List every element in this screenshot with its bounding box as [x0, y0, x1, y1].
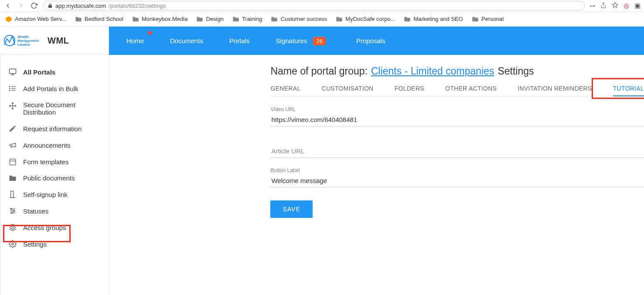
edit-icon: [9, 125, 17, 132]
tab-general[interactable]: GENERAL: [270, 81, 300, 96]
sidebar-item-label: Statuses: [23, 207, 48, 215]
extension-icon-1[interactable]: ◎: [624, 2, 629, 10]
forward-button[interactable]: [17, 1, 25, 10]
sidebar-item-label: Public documents: [23, 174, 75, 182]
video-url-input[interactable]: [270, 113, 644, 126]
bookmark-folder[interactable]: Monkeybox.Media: [132, 16, 188, 22]
tab-other-actions[interactable]: OTHER ACTIONS: [445, 81, 497, 96]
svg-text:Management: Management: [17, 39, 39, 43]
folder-icon: [271, 16, 278, 22]
svg-text:Wealth: Wealth: [17, 35, 29, 39]
bookmark-folder[interactable]: Design: [196, 16, 223, 22]
list-icon: [9, 85, 17, 92]
button-label-input[interactable]: [270, 174, 644, 187]
group-link[interactable]: Clients - Limited companies: [371, 65, 494, 77]
monitor-icon: [8, 68, 17, 76]
bookmark-folder[interactable]: MyDocSafe corpo...: [336, 16, 395, 22]
sidebar-item-form-templates[interactable]: Form templates: [0, 153, 109, 170]
svg-point-15: [10, 90, 10, 91]
bookmark-label: Bedford School: [85, 16, 123, 22]
nav-label: Proposals: [356, 37, 385, 44]
sidebar-item-announcements[interactable]: Announcements: [0, 137, 109, 153]
folder-icon: [404, 16, 411, 22]
brand-block[interactable]: Wealth Management Limited WML: [0, 27, 109, 55]
folder-icon: [132, 16, 139, 22]
star-icon[interactable]: [612, 2, 618, 10]
calendar-icon: [9, 158, 17, 166]
main-area: Name of portal group: Clients - Limited …: [109, 55, 644, 295]
save-button[interactable]: SAVE: [270, 200, 312, 218]
sidebar-header-label: All Portals: [23, 68, 55, 76]
nav-label: Portals: [229, 37, 250, 44]
sidebar-item-label: Secure Document Distribution: [23, 101, 89, 116]
svg-point-26: [11, 212, 13, 214]
reload-button[interactable]: [30, 1, 38, 10]
article-url-input[interactable]: Article URL: [270, 144, 644, 158]
nav-home[interactable]: Home: [126, 37, 144, 44]
folder-icon: [336, 16, 343, 22]
sidebar-item-label: Request information: [23, 125, 82, 132]
sidebar-item-statuses[interactable]: Statuses: [0, 203, 109, 219]
tab-customisation[interactable]: CUSTOMISATION: [321, 81, 373, 96]
sidebar-header[interactable]: All Portals: [0, 64, 109, 80]
browser-tool-icons: ⊶ ◎ ▣: [589, 2, 641, 10]
sidebar-item-label: Add Portals in Bulk: [23, 85, 78, 92]
nav-signatures[interactable]: Signatures 26: [276, 37, 326, 44]
nav-proposals[interactable]: Proposals: [356, 37, 385, 44]
sidebar-item-label: Form templates: [23, 158, 68, 166]
notification-dot-icon: [148, 31, 152, 35]
bookmark-folder[interactable]: Training: [232, 16, 262, 22]
bookmark-aws[interactable]: Amazon Web Serv...: [5, 16, 66, 23]
sidebar-item-settings[interactable]: Settings: [0, 236, 109, 252]
sidebar-item-access-groups[interactable]: Access groups: [0, 219, 109, 236]
sidebar-item-secure-dist[interactable]: Secure Document Distribution: [0, 97, 109, 120]
share-icon[interactable]: [600, 2, 607, 10]
page-title: Name of portal group: Clients - Limited …: [270, 65, 644, 77]
sidebar-item-label: Announcements: [23, 142, 70, 149]
bookmark-folder[interactable]: Customer success: [271, 16, 327, 22]
button-label-label: Button Label: [270, 167, 644, 173]
bookmark-label: Training: [242, 16, 262, 22]
settings-tabs: GENERAL CUSTOMISATION FOLDERS OTHER ACTI…: [270, 81, 644, 97]
sidebar-item-label: Settings: [23, 241, 47, 248]
key-icon[interactable]: ⊶: [589, 3, 595, 9]
svg-point-25: [14, 210, 15, 212]
svg-point-28: [12, 243, 14, 245]
bookmark-label: Marketing and SEO: [413, 16, 463, 22]
bookmark-label: Design: [206, 16, 223, 22]
nav-portals[interactable]: Portals: [229, 37, 250, 44]
bookmark-label: MyDocSafe corpo...: [345, 16, 395, 22]
sidebar-item-add-bulk[interactable]: Add Portals in Bulk: [0, 80, 109, 97]
browser-nav-row: app.mydocsafe.com/portals/68232/settings…: [0, 0, 644, 12]
svg-marker-1: [612, 2, 618, 7]
extension-icon-2[interactable]: ▣: [634, 2, 641, 10]
back-button[interactable]: [3, 1, 12, 10]
aws-icon: [5, 16, 12, 23]
svg-point-20: [12, 194, 13, 195]
nav-label: Documents: [170, 37, 203, 44]
svg-marker-2: [6, 16, 11, 22]
folder-icon: [232, 16, 239, 22]
brand-short: WML: [48, 36, 69, 46]
tab-invitation-reminders[interactable]: INVITATION REMINDERS: [518, 81, 592, 96]
tab-folders[interactable]: FOLDERS: [395, 81, 424, 96]
nav-documents[interactable]: Documents: [170, 37, 203, 44]
sidebar-item-self-signup[interactable]: Self-signup link: [0, 186, 109, 203]
svg-text:Limited: Limited: [17, 43, 30, 47]
video-url-label: Video URL: [270, 106, 644, 112]
folder-icon: [9, 175, 17, 182]
folder-icon: [472, 16, 479, 22]
layers-icon: [9, 224, 17, 231]
svg-point-14: [10, 88, 10, 89]
bookmark-folder[interactable]: Personal: [472, 16, 504, 22]
bookmark-label: Personal: [481, 16, 504, 22]
megaphone-icon: [9, 141, 17, 149]
sidebar-item-request-info[interactable]: Request information: [0, 120, 109, 137]
address-bar[interactable]: app.mydocsafe.com/portals/68232/settings: [43, 1, 585, 10]
bookmarks-bar: Amazon Web Serv... Bedford School Monkey…: [0, 12, 644, 27]
bookmark-folder[interactable]: Bedford School: [75, 16, 123, 22]
bookmark-folder[interactable]: Marketing and SEO: [404, 16, 463, 22]
folder-icon: [75, 16, 82, 22]
sidebar-item-public-docs[interactable]: Public documents: [0, 170, 109, 186]
nav-label: Signatures: [276, 37, 307, 44]
